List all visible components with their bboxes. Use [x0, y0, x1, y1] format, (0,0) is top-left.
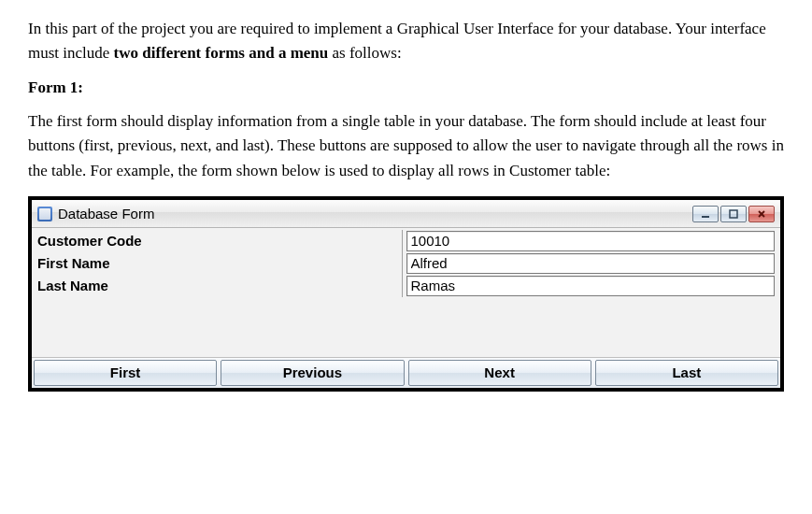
form-content: Customer Code First Name Last Name	[32, 228, 780, 357]
previous-button[interactable]: Previous	[221, 360, 404, 386]
fields-table: Customer Code First Name Last Name	[37, 230, 775, 357]
input-first-name[interactable]	[406, 253, 776, 274]
minimize-icon	[700, 209, 711, 219]
window-titlebar: Database Form	[32, 200, 780, 228]
svg-rect-1	[730, 210, 737, 218]
instruction-block: In this part of the project you are requ…	[28, 17, 784, 183]
database-form-window: Database Form Cust	[28, 196, 784, 392]
first-button[interactable]: First	[34, 360, 217, 386]
maximize-button[interactable]	[720, 206, 747, 222]
form1-body: The first form should display informatio…	[28, 109, 784, 183]
intro-suffix: as follows:	[328, 44, 401, 62]
row-last-name: Last Name	[37, 275, 775, 297]
window-controls	[692, 206, 775, 222]
close-icon	[756, 209, 767, 219]
input-customer-code[interactable]	[406, 231, 776, 251]
intro-bold: two different forms and a menu	[114, 44, 329, 62]
input-last-name[interactable]	[406, 276, 776, 296]
label-first-name: First Name	[37, 252, 402, 275]
close-button[interactable]	[748, 206, 775, 222]
row-first-name: First Name	[37, 252, 775, 275]
label-customer-code: Customer Code	[37, 230, 402, 252]
svg-rect-0	[702, 216, 709, 218]
label-last-name: Last Name	[37, 275, 402, 297]
minimize-button[interactable]	[692, 206, 719, 222]
java-app-icon	[37, 207, 52, 221]
navigation-button-bar: First Previous Next Last	[32, 357, 780, 388]
maximize-icon	[728, 209, 739, 219]
next-button[interactable]: Next	[408, 360, 591, 386]
window-title: Database Form	[58, 203, 154, 224]
form1-heading: Form 1:	[28, 76, 784, 100]
last-button[interactable]: Last	[595, 360, 778, 386]
intro-paragraph: In this part of the project you are requ…	[28, 17, 784, 66]
row-customer-code: Customer Code	[37, 230, 775, 252]
